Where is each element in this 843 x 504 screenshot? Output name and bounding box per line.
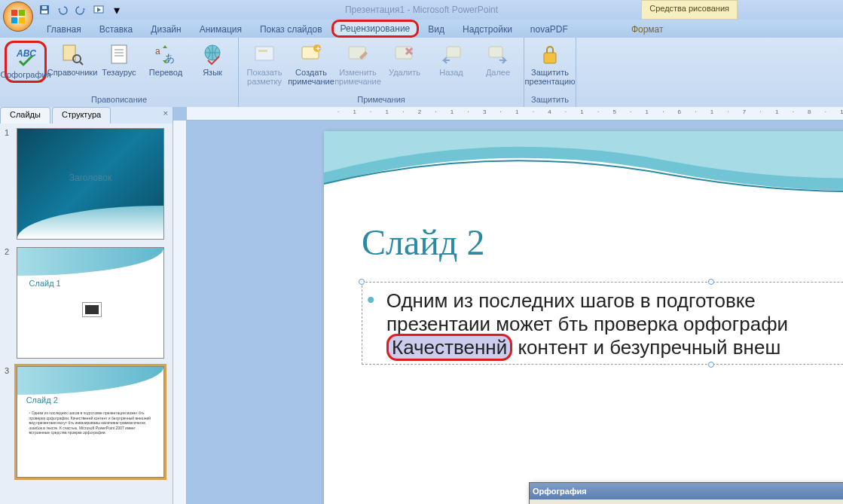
ribbon-group-protect: Защитить презентацию Защитить bbox=[524, 38, 576, 107]
tab-novapdf[interactable]: novaPDF bbox=[521, 21, 577, 38]
prev-icon bbox=[439, 42, 463, 66]
svg-rect-12 bbox=[111, 45, 127, 63]
svg-rect-0 bbox=[11, 10, 17, 16]
resize-handle[interactable] bbox=[359, 279, 365, 285]
thumbnail-1[interactable]: 1 Заголовок bbox=[5, 128, 168, 240]
show-markup-button[interactable]: Показать разметку bbox=[243, 41, 286, 87]
group-protect-label: Защитить bbox=[529, 95, 571, 105]
quick-access-toolbar: ▾ bbox=[38, 3, 124, 17]
ribbon-group-proofing: ABC Орфография Справочники Тезаурус aあ П… bbox=[0, 38, 239, 107]
horizontal-ruler: · 1 · 1 · 2 · 1 · 3 · 1 · 4 · 1 · 5 · 1 … bbox=[187, 107, 843, 121]
spelling-dialog: Орфография ? × Нет в словаре: Качественн… bbox=[529, 482, 843, 504]
save-icon[interactable] bbox=[38, 3, 51, 17]
slide-thumbnails: 1 Заголовок 2 Слайд 1 3 Слайд 2Одним из … bbox=[0, 124, 173, 504]
ribbon-group-comments: Показать разметку ✦ Создать примечание И… bbox=[239, 38, 524, 107]
group-comments-label: Примечания bbox=[243, 95, 519, 105]
spelling-icon: ABC bbox=[14, 44, 38, 69]
resize-handle[interactable] bbox=[708, 362, 714, 368]
edit-comment-button[interactable]: Изменить примечание bbox=[337, 41, 379, 87]
panel-close-icon[interactable]: × bbox=[159, 107, 173, 124]
thumb3-body: Одним из последних шагов в подготовке пр… bbox=[29, 411, 152, 435]
tab-insert[interactable]: Вставка bbox=[90, 21, 142, 38]
language-icon bbox=[200, 42, 224, 66]
new-comment-label: Создать примечание bbox=[288, 68, 334, 86]
tab-slides[interactable]: Слайды bbox=[0, 107, 50, 124]
research-button[interactable]: Справочники bbox=[51, 41, 93, 78]
svg-rect-1 bbox=[19, 10, 25, 16]
next-icon bbox=[486, 42, 510, 66]
svg-rect-5 bbox=[41, 11, 47, 14]
svg-rect-6 bbox=[42, 6, 47, 9]
dialog-titlebar[interactable]: Орфография ? × bbox=[530, 483, 843, 499]
next-comment-button[interactable]: Далее bbox=[477, 41, 519, 78]
thumb-number: 3 bbox=[5, 366, 12, 478]
translate-label: Перевод bbox=[149, 68, 182, 77]
ribbon-tabs: Главная Вставка Дизайн Анимация Показ сл… bbox=[0, 20, 843, 38]
slide-canvas[interactable]: Слайд 2 • Одним из последних шагов в под… bbox=[324, 131, 843, 504]
new-comment-button[interactable]: ✦ Создать примечание bbox=[290, 41, 332, 87]
prev-comment-button[interactable]: Назад bbox=[430, 41, 472, 78]
show-markup-label: Показать разметку bbox=[247, 68, 283, 86]
delete-icon bbox=[392, 42, 417, 66]
research-label: Справочники bbox=[47, 68, 98, 77]
tab-animations[interactable]: Анимация bbox=[191, 21, 251, 38]
thumb2-title: Слайд 1 bbox=[29, 279, 61, 288]
slideshow-icon[interactable] bbox=[92, 3, 105, 17]
svg-text:a: a bbox=[155, 46, 160, 57]
body-line2: презентаии может бть проверка орфографи bbox=[386, 313, 788, 335]
lock-icon bbox=[538, 42, 562, 66]
undo-icon[interactable] bbox=[56, 3, 69, 17]
contextual-tab-label: Средства рисования bbox=[641, 0, 738, 20]
spelling-label: Орфография bbox=[0, 70, 50, 79]
spelling-button[interactable]: ABC Орфография bbox=[5, 41, 47, 83]
tab-review[interactable]: Рецензирование bbox=[331, 20, 420, 38]
qat-dropdown-icon[interactable]: ▾ bbox=[110, 3, 124, 17]
thesaurus-label: Тезаурус bbox=[102, 68, 136, 77]
language-label: Язык bbox=[203, 68, 222, 77]
tab-format[interactable]: Формат bbox=[622, 21, 673, 38]
tab-design[interactable]: Дизайн bbox=[142, 21, 190, 38]
svg-rect-19 bbox=[255, 47, 273, 60]
tab-outline[interactable]: Структура bbox=[52, 107, 111, 124]
bullet-icon: • bbox=[367, 287, 375, 312]
tab-slideshow[interactable]: Показ слайдов bbox=[251, 21, 331, 38]
vertical-ruler bbox=[173, 121, 187, 504]
thumb-number: 2 bbox=[5, 247, 12, 359]
resize-handle[interactable] bbox=[708, 279, 714, 285]
delete-comment-label: Удалить bbox=[389, 68, 420, 77]
svg-text:ABC: ABC bbox=[16, 48, 36, 59]
tab-home[interactable]: Главная bbox=[38, 21, 90, 38]
office-button[interactable] bbox=[3, 2, 33, 32]
translate-button[interactable]: aあ Перевод bbox=[145, 41, 187, 78]
slide-title[interactable]: Слайд 2 bbox=[362, 221, 484, 263]
thumbnail-2[interactable]: 2 Слайд 1 bbox=[5, 247, 168, 359]
prev-label: Назад bbox=[439, 68, 463, 77]
thesaurus-button[interactable]: Тезаурус bbox=[98, 41, 140, 78]
tab-view[interactable]: Вид bbox=[419, 21, 454, 38]
slide-body-textbox[interactable]: • Одним из последних шагов в подготовке … bbox=[362, 282, 843, 365]
window-title: Презентация1 - Microsoft PowerPoint bbox=[345, 5, 498, 15]
svg-rect-3 bbox=[19, 17, 25, 23]
picture-icon bbox=[83, 303, 101, 316]
thumb1-title: Заголовок bbox=[17, 173, 163, 183]
body-line1: Одним из последних шагов в подготовке bbox=[386, 289, 756, 312]
edit-area: · 1 · 1 · 2 · 1 · 3 · 1 · 4 · 1 · 5 · 1 … bbox=[173, 107, 843, 504]
language-button[interactable]: Язык bbox=[191, 41, 234, 78]
body-line3: контент и безупречный внеш bbox=[512, 336, 780, 359]
ruler-ticks: · 1 · 1 · 2 · 1 · 3 · 1 · 4 · 1 · 5 · 1 … bbox=[187, 108, 843, 115]
translate-icon: aあ bbox=[154, 42, 178, 66]
misspelled-word[interactable]: Качественнй bbox=[386, 334, 512, 361]
svg-text:あ: あ bbox=[164, 52, 175, 64]
protect-label: Защитить презентацию bbox=[525, 68, 576, 86]
svg-rect-27 bbox=[489, 47, 502, 57]
svg-rect-20 bbox=[258, 50, 267, 52]
thumb-number: 1 bbox=[5, 128, 12, 240]
protect-button[interactable]: Защитить презентацию bbox=[529, 41, 571, 87]
thumbnail-3[interactable]: 3 Слайд 2Одним из последних шагов в подг… bbox=[5, 366, 168, 478]
tab-addins[interactable]: Надстройки bbox=[454, 21, 521, 38]
delete-comment-button[interactable]: Удалить bbox=[383, 41, 426, 78]
redo-icon[interactable] bbox=[74, 3, 87, 17]
svg-text:✦: ✦ bbox=[315, 44, 321, 53]
slide-wave-graphic bbox=[324, 131, 843, 221]
svg-line-11 bbox=[80, 62, 83, 65]
